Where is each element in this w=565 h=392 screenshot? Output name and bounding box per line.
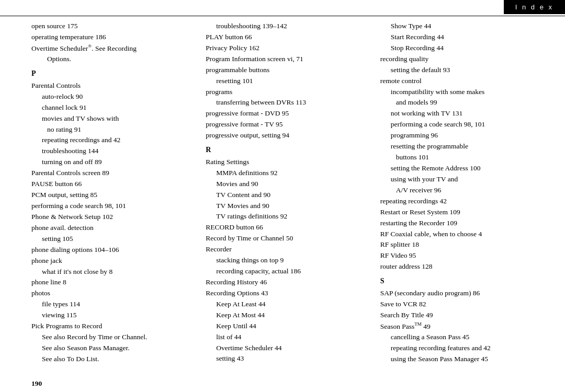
index-entry: resetting the programmable: [380, 141, 544, 152]
index-entry: setting the Remote Address 100: [380, 163, 544, 174]
index-entry: operating temperature 186: [31, 32, 195, 43]
index-entry: channel lock 91: [31, 102, 195, 113]
index-entry: Keep At Least 44: [206, 299, 369, 310]
index-entry: RF Coaxial cable, when to choose 4: [380, 229, 544, 240]
index-entry: using the Season Pass Manager 45: [380, 354, 544, 365]
index-entry: R: [206, 144, 369, 156]
index-entry: list of 44: [206, 332, 369, 343]
index-entry: performing a code search 98, 101: [31, 201, 195, 212]
index-entry: performing a code search 98, 101: [380, 119, 544, 130]
index-entry: setting the default 93: [380, 65, 544, 76]
index-entry: Season PassTM 49: [380, 321, 544, 332]
index-entry: setting 105: [31, 234, 195, 245]
index-entry: TV Movies and 90: [206, 201, 369, 212]
index-entry: PCM output, setting 85: [31, 190, 195, 201]
index-entry: A/V receiver 96: [380, 185, 544, 196]
index-entry: Restart or Reset System 109: [380, 207, 544, 218]
index-entry: See also Record by Time or Channel.: [31, 332, 195, 343]
index-entry: phone line 8: [31, 277, 195, 288]
index-entry: Recording History 46: [206, 277, 369, 288]
index-entry: Parental Controls: [31, 80, 195, 91]
index-entry: recording capacity, actual 186: [206, 266, 369, 277]
index-entry: no rating 91: [31, 124, 195, 135]
index-entry: incompatibility with some makes: [380, 87, 544, 98]
column-1: open source 175operating temperature 186…: [31, 21, 206, 382]
index-entry: MMPA definitions 92: [206, 168, 369, 179]
index-entry: P: [31, 68, 195, 79]
main-content: open source 175operating temperature 186…: [31, 21, 544, 382]
index-entry: Parental Controls screen 89: [31, 168, 195, 179]
index-entry: repeating recordings 42: [380, 196, 544, 207]
column-3: Show Type 44Start Recording 44Stop Recor…: [380, 21, 544, 382]
page-number: 190: [31, 379, 42, 388]
index-entry: Start Recording 44: [380, 32, 544, 43]
index-entry: Pick Programs to Record: [31, 321, 195, 332]
index-entry: Privacy Policy 162: [206, 43, 369, 54]
index-entry: viewing 115: [31, 310, 195, 321]
index-entry: PLAY button 66: [206, 32, 369, 43]
index-entry: Show Type 44: [380, 21, 544, 32]
index-entry: programming 96: [380, 130, 544, 141]
index-entry: Keep At Most 44: [206, 310, 369, 321]
top-border: [0, 16, 565, 16]
index-entry: Search By Title 49: [380, 310, 544, 321]
index-entry: and models 99: [380, 97, 544, 108]
index-entry: restarting the Recorder 109: [380, 218, 544, 229]
index-entry: Keep Until 44: [206, 321, 369, 332]
index-entry: phone dialing options 104–106: [31, 245, 195, 256]
index-entry: buttons 101: [380, 152, 544, 163]
index-entry: RECORD button 66: [206, 222, 369, 233]
index-entry: recording quality: [380, 54, 544, 65]
index-entry: S: [380, 275, 544, 287]
index-entry: photos: [31, 288, 195, 299]
index-entry: open source 175: [31, 21, 195, 32]
index-entry: RF Video 95: [380, 250, 544, 261]
index-tab: I n d e x: [504, 0, 565, 14]
index-entry: Stop Recording 44: [380, 43, 544, 54]
index-entry: PAUSE button 66: [31, 179, 195, 190]
index-entry: stacking things on top 9: [206, 255, 369, 266]
index-entry: remote control: [380, 76, 544, 87]
index-entry: Recorder: [206, 244, 369, 255]
index-entry: TV ratings definitions 92: [206, 211, 369, 222]
index-entry: file types 114: [31, 299, 195, 310]
index-entry: repeating recording features and 42: [380, 343, 544, 354]
index-entry: Options.: [31, 54, 195, 65]
index-entry: programs: [206, 87, 369, 98]
index-entry: Overtime Scheduler 44: [206, 343, 369, 354]
index-entry: setting 43: [206, 353, 369, 364]
index-entry: See also Season Pass Manager.: [31, 343, 195, 354]
index-entry: using with your TV and: [380, 174, 544, 185]
index-entry: progressive format - DVD 95: [206, 108, 369, 119]
index-entry: Save to VCR 82: [380, 299, 544, 310]
index-entry: progressive output, setting 94: [206, 130, 369, 141]
index-entry: See also To Do List.: [31, 354, 195, 365]
index-entry: RF splitter 18: [380, 239, 544, 250]
index-entry: router address 128: [380, 261, 544, 272]
index-entry: phone avail. detection: [31, 223, 195, 234]
index-entry: troubleshooting 144: [31, 146, 195, 157]
index-entry: programmable buttons: [206, 65, 369, 76]
index-entry: Recording Options 43: [206, 288, 369, 299]
index-entry: repeating recordings and 42: [31, 135, 195, 146]
index-entry: what if it's not close by 8: [31, 267, 195, 278]
index-entry: not working with TV 131: [380, 108, 544, 119]
index-entry: transferring between DVRs 113: [206, 97, 369, 108]
index-entry: cancelling a Season Pass 45: [380, 332, 544, 343]
index-entry: Program Information screen vi, 71: [206, 54, 369, 65]
index-entry: Record by Time or Channel 50: [206, 233, 369, 244]
index-entry: progressive format - TV 95: [206, 119, 369, 130]
index-entry: SAP (secondary audio program) 86: [380, 288, 544, 299]
column-2: troubleshooting 139–142PLAY button 66Pri…: [206, 21, 380, 382]
index-entry: TV Content and 90: [206, 190, 369, 201]
index-entry: movies and TV shows with: [31, 113, 195, 124]
index-entry: turning on and off 89: [31, 157, 195, 168]
index-entry: auto-relock 90: [31, 91, 195, 102]
index-entry: resetting 101: [206, 76, 369, 87]
index-entry: Phone & Network Setup 102: [31, 212, 195, 223]
index-entry: Movies and 90: [206, 179, 369, 190]
index-entry: phone jack: [31, 256, 195, 267]
index-entry: troubleshooting 139–142: [206, 21, 369, 32]
index-entry: Rating Settings: [206, 157, 369, 168]
index-entry: Overtime Scheduler®. See Recording: [31, 43, 195, 54]
